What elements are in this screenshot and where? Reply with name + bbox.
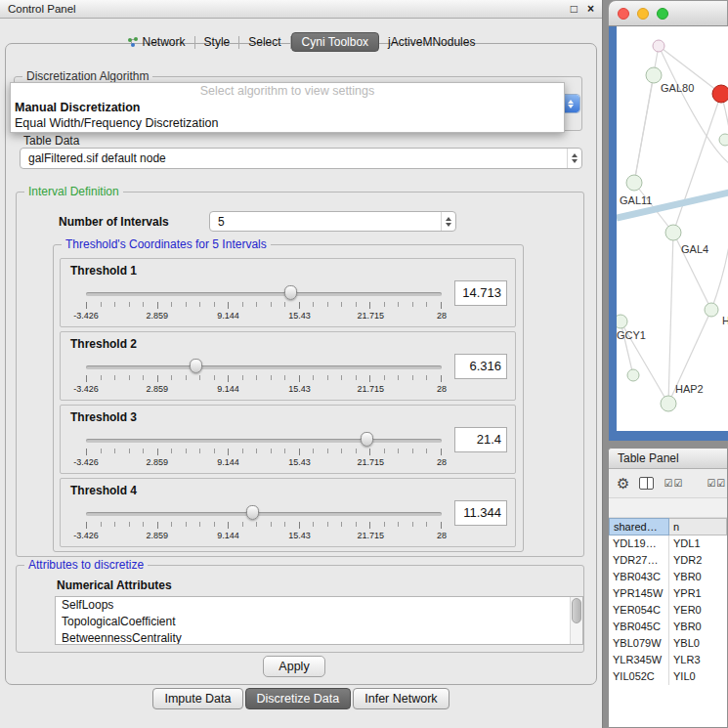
minimize-traffic-light[interactable] [637, 8, 649, 20]
slider-thumb[interactable] [190, 359, 202, 373]
slider-major-ticks [86, 449, 442, 455]
dropdown-item-manual-discretization[interactable]: Manual Discretization [11, 100, 564, 115]
table-row[interactable]: YDR27…YDR2 [609, 552, 727, 569]
network-node[interactable] [653, 40, 664, 52]
dropdown-item-equal-width-frequency-discretization[interactable]: Equal Width/Frequency Discretization [11, 115, 564, 131]
table-cell: YLR345W [609, 652, 669, 668]
close-traffic-light[interactable] [618, 8, 629, 20]
table-row[interactable]: YPR145WYPR1 [609, 585, 727, 602]
close-icon[interactable]: × [587, 3, 594, 15]
slider-major-ticks [86, 375, 442, 382]
table-row[interactable]: YBR043CYBR0 [609, 569, 727, 585]
table-panel-title: Table Panel [618, 451, 679, 465]
slider-scale-labels: -3.4262.8599.14415.4321.71528 [86, 531, 442, 540]
numerical-attributes-list[interactable]: SelfLoopsTopologicalCoefficientBetweenne… [55, 596, 583, 645]
table-row[interactable]: YDL19…YDL1 [609, 535, 727, 552]
scale-label: 28 [437, 384, 447, 394]
network-edge[interactable] [711, 94, 728, 310]
threshold-label: Threshold 4 [70, 484, 137, 497]
network-node[interactable] [712, 85, 728, 103]
table-row[interactable]: YBL079WYBL0 [609, 635, 727, 652]
num-intervals-label: Number of Intervals [59, 215, 169, 229]
checkbox-icons[interactable]: ☑☑ [664, 478, 683, 489]
threshold-slider[interactable]: -3.4262.8599.14415.4321.71528 [86, 431, 442, 470]
list-item-betweennesscentrality[interactable]: BetweennessCentrality [56, 630, 582, 645]
threshold-slider[interactable]: -3.4262.8599.14415.4321.71528 [86, 504, 442, 543]
network-node[interactable] [627, 369, 639, 381]
tab-jactivemnodules[interactable]: jActiveMNodules [379, 32, 484, 52]
gear-icon[interactable]: ⚙ [617, 476, 629, 491]
list-item-topologicalcoefficient[interactable]: TopologicalCoefficient [56, 614, 582, 630]
slider-track[interactable] [86, 292, 442, 296]
combo-stepper-icon[interactable] [441, 212, 455, 231]
network-edge[interactable] [673, 94, 721, 233]
table-cell: YER054C [609, 602, 669, 619]
network-node-gcy1[interactable] [617, 315, 627, 328]
tab-impute-data[interactable]: Impute Data [152, 688, 242, 709]
slider-track[interactable] [86, 365, 442, 369]
list-item-selfloops[interactable]: SelfLoops [56, 597, 582, 614]
tab-infer-network[interactable]: Infer Network [353, 688, 449, 709]
threshold-slider[interactable]: -3.4262.8599.14415.4321.71528 [86, 358, 442, 397]
network-node-h[interactable] [705, 303, 718, 317]
thresholds-container: Threshold 1-3.4262.8599.14415.4321.71528… [60, 258, 516, 551]
node-label: HAP2 [675, 383, 704, 395]
apply-button[interactable]: Apply [263, 656, 325, 677]
network-node-gal11[interactable] [626, 175, 642, 191]
table-data-combobox[interactable]: galFiltered.sif default node [20, 148, 582, 169]
slider-track[interactable] [86, 512, 442, 516]
table-cell: YBR0 [669, 619, 727, 635]
node-label: GCY1 [617, 329, 646, 341]
threshold-value-field[interactable]: 6.316 [454, 354, 507, 379]
network-edge[interactable] [668, 233, 673, 404]
table-cell: YBR043C [609, 569, 669, 585]
checkbox-icons[interactable]: ☑☑ [707, 478, 726, 489]
scale-label: 28 [437, 457, 447, 467]
scale-label: 21.715 [357, 531, 384, 540]
float-window-icon[interactable]: □ [571, 3, 578, 15]
combo-stepper-icon[interactable] [567, 149, 581, 168]
table-grid[interactable]: YDL19…YDL1YDR27…YDR2YBR043CYBR0YPR145WYP… [609, 535, 727, 727]
zoom-traffic-light[interactable] [657, 8, 668, 20]
num-intervals-combobox[interactable]: 5 [209, 211, 456, 232]
network-node-gal4[interactable] [665, 225, 681, 240]
table-row[interactable]: YIL052CYIL0 [609, 668, 727, 685]
slider-thumb[interactable] [246, 505, 259, 520]
table-row[interactable]: YLR345WYLR3 [609, 652, 727, 668]
network-graph[interactable]: GAL80GAL11GAL4GCY1HHAP2 [617, 26, 728, 431]
threshold-box-threshold-2: Threshold 2-3.4262.8599.14415.4321.71528… [60, 331, 516, 401]
slider-track[interactable] [86, 439, 442, 443]
network-node[interactable] [719, 134, 728, 146]
scrollbar-thumb[interactable] [572, 598, 581, 623]
column-header-n[interactable]: n [669, 518, 727, 535]
network-canvas[interactable]: GAL80GAL11GAL4GCY1HHAP2 [617, 26, 728, 431]
table-row[interactable]: YBR045CYBR0 [609, 619, 727, 635]
threshold-value-field[interactable]: 11.344 [454, 500, 507, 526]
column-header-shared-[interactable]: shared… [609, 518, 669, 535]
tab-style[interactable]: Style [195, 32, 239, 52]
numerical-attributes-label: Numerical Attributes [57, 578, 172, 592]
slider-thumb[interactable] [361, 432, 373, 447]
attributes-group-title: Attributes to discretize [24, 558, 148, 572]
control-panel-window: Control Panel □ × NetworkStyleSelectCyni… [0, 0, 603, 728]
tab-cyni-toolbox[interactable]: Cyni Toolbox [291, 32, 379, 52]
table-toolbar-spacer [609, 498, 727, 518]
tab-network[interactable]: Network [118, 32, 194, 52]
slider-thumb[interactable] [284, 285, 297, 300]
threshold-slider[interactable]: -3.4262.8599.14415.4321.71528 [86, 284, 442, 323]
tab-select[interactable]: Select [239, 32, 289, 52]
num-intervals-value: 5 [210, 215, 441, 229]
bottom-tab-bar: Impute DataDiscretize DataInfer Network [0, 688, 602, 709]
network-window-titlebar[interactable] [608, 0, 728, 26]
network-icon [127, 36, 139, 48]
threshold-value-field[interactable]: 14.713 [454, 280, 507, 306]
network-node-gal80[interactable] [646, 67, 662, 83]
columns-icon[interactable] [639, 477, 654, 490]
table-cell: YDL19… [609, 535, 669, 552]
network-edge[interactable] [634, 75, 654, 183]
list-scrollbar[interactable] [570, 597, 582, 644]
network-node-hap2[interactable] [661, 396, 676, 411]
tab-discretize-data[interactable]: Discretize Data [245, 688, 352, 709]
threshold-value-field[interactable]: 21.4 [454, 427, 507, 452]
table-row[interactable]: YER054CYER0 [609, 602, 727, 619]
